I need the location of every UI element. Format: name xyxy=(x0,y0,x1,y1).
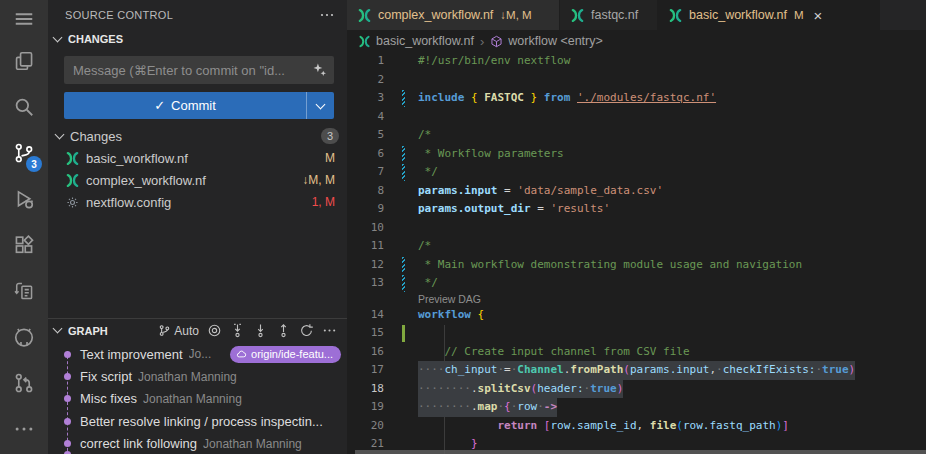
code-line-10[interactable]: 10 xyxy=(347,219,926,238)
line-number: 18 xyxy=(347,380,384,399)
tab-fastqc.nf[interactable]: fastqc.nf xyxy=(560,0,658,30)
changed-file-row[interactable]: complex_workflow.nf↓M, M xyxy=(48,169,347,191)
breadcrumb[interactable]: basic_workflow.nf › workflow <entry> xyxy=(347,30,926,52)
fetch-icon[interactable] xyxy=(230,323,245,338)
line-number: 9 xyxy=(347,200,384,219)
line-number: 7 xyxy=(347,163,384,182)
line-number: 11 xyxy=(347,237,384,256)
activity-item-pull-request[interactable] xyxy=(0,360,48,406)
commit-row[interactable]: Fix scriptJonathan Manning xyxy=(48,365,347,387)
commit-message-input[interactable] xyxy=(64,56,334,84)
more-actions-icon[interactable] xyxy=(319,7,335,23)
breadcrumb-symbol[interactable]: workflow <entry> xyxy=(508,34,602,48)
branch-ref-badge[interactable]: origin/ide-featu... xyxy=(230,346,341,363)
tab-label: basic_workflow.nf xyxy=(689,8,787,22)
line-number: 12 xyxy=(347,256,384,275)
activity-item-menu[interactable] xyxy=(0,0,48,38)
activity-item-search[interactable] xyxy=(0,84,48,130)
activity-item-extensions[interactable] xyxy=(0,222,48,268)
line-number: 10 xyxy=(347,219,384,238)
line-number: 14 xyxy=(347,306,384,325)
breadcrumb-file[interactable]: basic_workflow.nf xyxy=(376,34,474,48)
activity-item-run-debug[interactable] xyxy=(0,176,48,222)
code-line-9[interactable]: 9params.output_dir = 'results' xyxy=(347,200,926,219)
code-text: return [row.sample_id, file(row.fastq_pa… xyxy=(418,417,789,436)
menu-icon xyxy=(13,8,35,30)
refresh-icon[interactable] xyxy=(299,323,314,338)
code-line-17[interactable]: 17····ch_input·=·Channel.fromPath(params… xyxy=(347,361,926,380)
commit-row[interactable]: Misc fixesJonathan Manning xyxy=(48,388,347,410)
tab-complex_workflow.nf[interactable]: complex_workflow.nf↓M, M xyxy=(347,0,560,30)
git-gutter-mod-marker[interactable] xyxy=(402,164,405,181)
run-debug-icon xyxy=(13,188,35,210)
code-line-6[interactable]: 6 * Workflow parameters xyxy=(347,145,926,164)
git-gutter-mod-marker[interactable] xyxy=(402,257,405,274)
commit-button[interactable]: ✓ Commit xyxy=(64,92,334,119)
changes-tree-header[interactable]: Changes 3 xyxy=(56,125,339,147)
commit-row[interactable]: correct link followingJonathan Manning xyxy=(48,433,347,454)
target-icon[interactable] xyxy=(207,323,222,338)
code-area[interactable]: 1#!/usr/bin/env nextflow23include { FAST… xyxy=(347,52,926,454)
git-gutter-add-marker[interactable] xyxy=(402,325,405,342)
close-icon[interactable]: × xyxy=(814,8,823,23)
code-text: // Create input channel from CSV file xyxy=(418,343,690,362)
file-name: nextflow.config xyxy=(86,195,304,210)
code-line-7[interactable]: 7 */ xyxy=(347,163,926,182)
chevron-down-icon xyxy=(53,32,63,42)
source-control-sidebar: SOURCE CONTROL CHANGES ✓ Commit Changes … xyxy=(48,0,347,454)
git-gutter-mod-marker[interactable] xyxy=(402,275,405,292)
activity-item-github[interactable] xyxy=(0,314,48,360)
changed-file-row[interactable]: nextflow.config1, M xyxy=(48,191,347,213)
extensions-icon xyxy=(13,234,35,256)
sparkle-icon[interactable] xyxy=(312,62,327,77)
commit-message: correct link following xyxy=(80,436,197,451)
pull-request-icon xyxy=(13,372,35,394)
activity-item-explorer[interactable] xyxy=(0,38,48,84)
changes-section-header[interactable]: CHANGES xyxy=(54,33,123,45)
tab-label: fastqc.nf xyxy=(591,8,638,22)
pull-icon[interactable] xyxy=(253,323,268,338)
graph-auto-dropdown[interactable]: Auto xyxy=(158,324,199,338)
code-line-20[interactable]: 20 return [row.sample_id, file(row.fastq… xyxy=(347,417,926,436)
code-line-13[interactable]: 13 */ xyxy=(347,274,926,293)
code-line-14[interactable]: 14workflow { xyxy=(347,306,926,325)
git-gutter-mod-marker[interactable] xyxy=(402,146,405,163)
file-name: basic_workflow.nf xyxy=(86,151,317,166)
commit-row[interactable]: Text improvementJo...origin/ide-featu... xyxy=(48,343,347,365)
code-line-15[interactable]: 15 xyxy=(347,324,926,343)
chevron-down-icon xyxy=(53,324,63,334)
code-line-12[interactable]: 12 * Main workflow demonstrating module … xyxy=(347,256,926,275)
git-gutter-mod-marker[interactable] xyxy=(402,90,405,107)
activity-item-source-control[interactable]: 3 xyxy=(0,130,48,176)
commit-row[interactable]: Better resolve linking / process inspect… xyxy=(48,410,347,432)
code-line-4[interactable]: 4 xyxy=(347,108,926,127)
tab-basic_workflow.nf[interactable]: basic_workflow.nfM× xyxy=(658,0,880,30)
nextflow-file-icon xyxy=(64,151,80,166)
code-line-5[interactable]: 5/* xyxy=(347,126,926,145)
graph-section-header[interactable]: GRAPH Auto xyxy=(48,319,347,342)
code-text: include { FASTQC } from './modules/fastq… xyxy=(418,89,716,108)
git-branch-icon xyxy=(158,324,171,337)
commit-button-main[interactable]: ✓ Commit xyxy=(64,92,306,119)
codelens-preview-dag[interactable]: Preview DAG xyxy=(418,293,481,306)
push-icon[interactable] xyxy=(276,323,291,338)
branch-ref-label: origin/ide-featu... xyxy=(251,348,333,360)
commit-graph-list: Text improvementJo...origin/ide-featu...… xyxy=(48,343,347,454)
code-line-16[interactable]: 16 // Create input channel from CSV file xyxy=(347,343,926,362)
activity-item-ellipsis[interactable] xyxy=(0,406,48,452)
code-line-3[interactable]: 3include { FASTQC } from './modules/fast… xyxy=(347,89,926,108)
code-line-18[interactable]: 18········.splitCsv(header:·true) xyxy=(347,380,926,399)
code-line-11[interactable]: 11/* xyxy=(347,237,926,256)
tab-git-decoration: ↓M, M xyxy=(500,9,531,21)
activity-item-sync-documents[interactable] xyxy=(0,268,48,314)
git-decoration: ↓M, M xyxy=(302,173,335,187)
graph-auto-label: Auto xyxy=(174,324,199,338)
commit-dropdown-button[interactable] xyxy=(306,92,334,119)
code-line-1[interactable]: 1#!/usr/bin/env nextflow xyxy=(347,52,926,71)
ellipsis-icon[interactable] xyxy=(322,323,337,338)
code-line-19[interactable]: 19········.map·{·row·-> xyxy=(347,398,926,417)
code-line-8[interactable]: 8params.input = 'data/sample_data.csv' xyxy=(347,182,926,201)
code-line-2[interactable]: 2 xyxy=(347,71,926,90)
horizontal-scrollbar[interactable] xyxy=(355,450,926,454)
changed-file-row[interactable]: basic_workflow.nfM xyxy=(48,147,347,169)
